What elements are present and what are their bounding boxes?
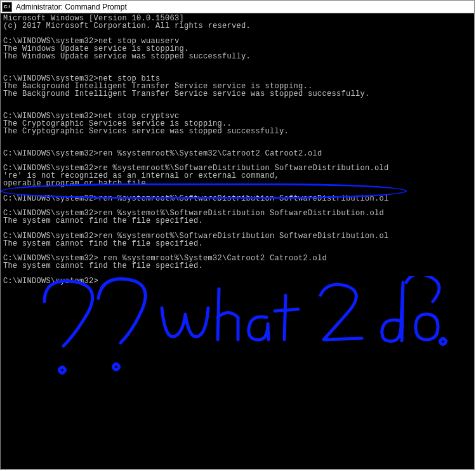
cmd-icon: C:\ bbox=[2, 2, 12, 12]
console-line: The Windows Update service was stopped s… bbox=[3, 53, 472, 60]
console-line: C:\WINDOWS\system32>ren %systemroot%\Sof… bbox=[3, 195, 472, 202]
console-line: The Background Intelligent Transfer Serv… bbox=[3, 90, 472, 98]
console-line bbox=[3, 67, 472, 75]
console-line: (c) 2017 Microsoft Corporation. All righ… bbox=[3, 22, 472, 30]
title-bar[interactable]: C:\ Administrator: Command Prompt bbox=[1, 1, 474, 13]
console-output[interactable]: Microsoft Windows [Version 10.0.15063](c… bbox=[1, 13, 474, 469]
console-line bbox=[3, 98, 472, 105]
console-line: operable program or batch file. bbox=[3, 180, 472, 187]
console-line: The Background Intelligent Transfer Serv… bbox=[3, 83, 472, 90]
console-line: C:\WINDOWS\system32>net stop wuauserv bbox=[3, 37, 472, 45]
console-line bbox=[3, 225, 472, 232]
command-prompt-window: C:\ Administrator: Command Prompt Micros… bbox=[0, 0, 475, 470]
console-line bbox=[3, 270, 472, 277]
console-line bbox=[3, 142, 472, 150]
console-line bbox=[3, 187, 472, 195]
console-line: The Cryptographic Services service was s… bbox=[3, 128, 472, 135]
console-line bbox=[3, 60, 472, 68]
console-line: C:\WINDOWS\system32> bbox=[3, 277, 472, 285]
console-line bbox=[3, 135, 472, 143]
console-line: The system cannot find the file specifie… bbox=[3, 240, 472, 248]
console-line: The system cannot find the file specifie… bbox=[3, 217, 472, 225]
console-line: C:\WINDOWS\system32>ren %systemroot%\Sys… bbox=[3, 150, 472, 157]
console-line bbox=[3, 105, 472, 112]
console-line: C:\WINDOWS\system32>net stop cryptsvc bbox=[3, 112, 472, 120]
console-line: C:\WINDOWS\system32>ren %systemroot%\Sof… bbox=[3, 232, 472, 240]
window-title: Administrator: Command Prompt bbox=[16, 3, 127, 11]
console-line bbox=[3, 30, 472, 37]
console-line: The Cryptographic Services service is st… bbox=[3, 120, 472, 128]
console-line: The system cannot find the file specifie… bbox=[3, 262, 472, 270]
console-line: The Windows Update service is stopping. bbox=[3, 45, 472, 53]
console-line: C:\WINDOWS\system32>net stop bits bbox=[3, 75, 472, 83]
